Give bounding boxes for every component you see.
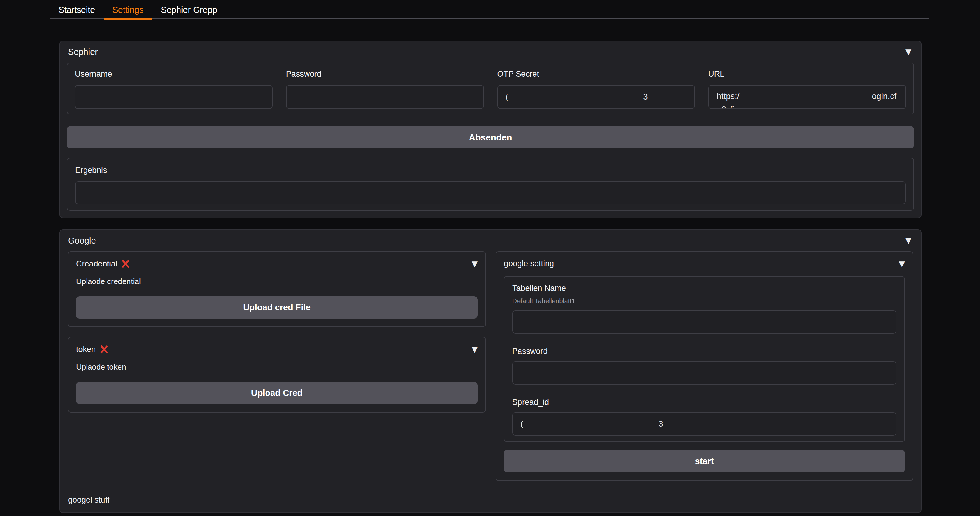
google-expansion-panel: Google ▼ Creadential ▼ Uplaode cre xyxy=(59,229,921,513)
tabellen-name-input[interactable] xyxy=(512,310,896,333)
tab-startseite-label: Startseite xyxy=(59,5,95,15)
google-footer-text: googel stuff xyxy=(60,481,921,513)
red-x-icon xyxy=(121,259,130,268)
credential-description: Uplaode credential xyxy=(76,277,477,286)
chevron-down-icon: ▼ xyxy=(905,48,912,56)
google-panel-title: Google xyxy=(68,236,96,246)
ergebnis-box: Ergebnis xyxy=(67,158,914,211)
token-title-row: token xyxy=(76,345,109,354)
token-expansion-panel: token ▼ Uplaode token Upload Cred xyxy=(68,337,486,413)
credential-title-row: Creadential xyxy=(76,259,130,268)
url-value-fragment-line2: n?cfi xyxy=(717,105,734,109)
otp-secret-value-fragment: ( xyxy=(506,92,508,102)
tabellen-name-hint: Default Tabellenblatt1 xyxy=(512,297,896,305)
google-setting-expansion-header[interactable]: google setting ▼ xyxy=(504,259,905,268)
sephier-panel-title: Sephier xyxy=(68,47,98,57)
password-input[interactable] xyxy=(286,85,484,109)
google-expansion-header[interactable]: Google ▼ xyxy=(60,230,921,251)
spread-id-value-fragment: ( xyxy=(520,419,523,429)
google-setting-fields-box: Tabellen Name Default Tabellenblatt1 Pas… xyxy=(504,276,905,442)
password-field-group: Password xyxy=(286,70,484,109)
google-password-label: Password xyxy=(512,347,896,356)
url-label: URL xyxy=(708,70,906,79)
url-value-fragment: https:/ xyxy=(717,92,739,101)
tab-settings[interactable]: Settings xyxy=(104,0,153,20)
ergebnis-input[interactable] xyxy=(75,181,906,204)
sephier-expansion-header[interactable]: Sephier ▼ xyxy=(60,41,921,63)
username-field-group: Username xyxy=(75,70,273,109)
tab-bar: Startseite Settings Sephier Grepp xyxy=(0,0,980,20)
upload-cred-button[interactable]: Upload Cred xyxy=(76,382,477,404)
url-value-fragment: ogin.cf xyxy=(872,92,897,101)
chevron-down-icon: ▼ xyxy=(472,346,477,353)
tab-settings-label: Settings xyxy=(113,5,144,15)
password-label: Password xyxy=(286,70,484,79)
spread-id-input[interactable]: ( 3 xyxy=(512,412,896,435)
url-input[interactable]: https:/ ogin.cf n?cfi xyxy=(708,85,906,109)
otp-secret-input[interactable]: ( 3 xyxy=(497,85,695,109)
url-field-group: URL https:/ ogin.cf n?cfi xyxy=(708,70,906,109)
spread-id-value-fragment: 3 xyxy=(659,419,663,429)
tab-startseite[interactable]: Startseite xyxy=(50,0,104,20)
chevron-down-icon: ▼ xyxy=(472,260,477,268)
token-description: Uplaode token xyxy=(76,362,477,372)
absenden-button[interactable]: Absenden xyxy=(67,126,914,148)
tab-sephier-grepp[interactable]: Sephier Grepp xyxy=(152,0,226,20)
otp-secret-value-fragment: 3 xyxy=(643,92,648,102)
start-button[interactable]: start xyxy=(504,450,905,473)
google-password-input[interactable] xyxy=(512,361,896,384)
sephier-panel-content: Username Password OTP Secret ( 3 URL xyxy=(60,63,921,218)
spread-id-label: Spread_id xyxy=(512,398,896,407)
credential-title: Creadential xyxy=(76,259,117,268)
token-expansion-header[interactable]: token ▼ xyxy=(76,345,477,354)
ergebnis-label: Ergebnis xyxy=(75,166,906,175)
credential-expansion-panel: Creadential ▼ Uplaode credential Upload … xyxy=(68,251,486,327)
google-right-column: google setting ▼ Tabellen Name Default T… xyxy=(496,251,913,481)
credential-expansion-header[interactable]: Creadential ▼ xyxy=(76,259,477,268)
chevron-down-icon: ▼ xyxy=(905,237,912,245)
username-input[interactable] xyxy=(75,85,273,109)
google-setting-title: google setting xyxy=(504,259,554,268)
sephier-credentials-box: Username Password OTP Secret ( 3 URL xyxy=(67,63,914,114)
settings-page: Sephier ▼ Username Password OTP Secret (… xyxy=(0,20,980,513)
chevron-down-icon: ▼ xyxy=(899,260,905,268)
otp-secret-label: OTP Secret xyxy=(497,70,695,79)
tab-sephier-grepp-label: Sephier Grepp xyxy=(161,5,217,15)
google-left-column: Creadential ▼ Uplaode credential Upload … xyxy=(68,251,486,413)
red-x-icon xyxy=(99,345,109,354)
sephier-expansion-panel: Sephier ▼ Username Password OTP Secret (… xyxy=(59,41,921,218)
tabellen-name-label: Tabellen Name xyxy=(512,284,896,293)
google-setting-expansion-panel: google setting ▼ Tabellen Name Default T… xyxy=(496,251,913,481)
upload-cred-file-button[interactable]: Upload cred File xyxy=(76,296,477,319)
otp-secret-field-group: OTP Secret ( 3 xyxy=(497,70,695,109)
username-label: Username xyxy=(75,70,273,79)
token-title: token xyxy=(76,345,96,354)
google-panel-content: Creadential ▼ Uplaode credential Upload … xyxy=(60,251,921,481)
